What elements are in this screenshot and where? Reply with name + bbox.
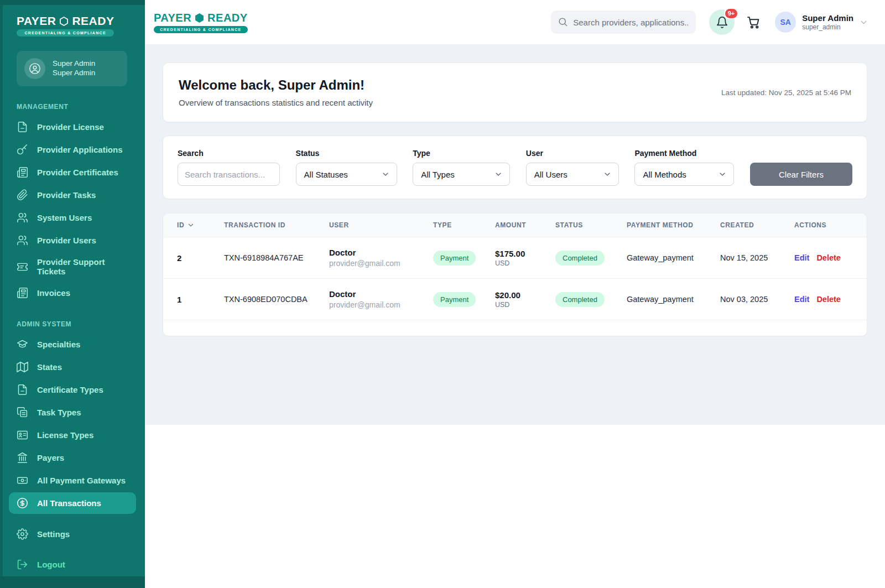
edit-link[interactable]: Edit — [794, 295, 809, 304]
file-document-icon — [17, 384, 28, 396]
page-content: Welcome back, Super Admin! Overview of t… — [145, 44, 885, 425]
sidebar-item-provider-tasks[interactable]: Provider Tasks — [9, 184, 136, 206]
user-menu[interactable]: SA Super Admin super_admin — [775, 12, 868, 33]
payment-method-select[interactable]: All Methods — [634, 163, 734, 186]
cell-status: Completed — [555, 292, 627, 307]
cell-created: Nov 15, 2025 — [720, 253, 794, 262]
filter-payment-method-label: Payment Method — [634, 149, 734, 158]
sidebar-item-provider-certificates[interactable]: Provider Certificates — [9, 162, 136, 183]
logo-tagline: CREDENTIALING & COMPLIANCE — [154, 26, 248, 33]
notifications-button[interactable]: 9+ — [709, 9, 735, 35]
sidebar-item-label: Provider Users — [37, 236, 96, 245]
section-label-admin-system: ADMIN SYSTEM — [17, 320, 128, 328]
edit-link[interactable]: Edit — [794, 253, 809, 262]
sidebar-item-label: Provider Tasks — [37, 190, 96, 200]
copy-documents-icon — [17, 407, 28, 418]
column-header-amount: AMOUNT — [495, 221, 555, 229]
sidebar-item-license-types[interactable]: License Types — [9, 424, 136, 446]
sidebar-item-payers[interactable]: Payers — [9, 447, 136, 469]
page-title: Welcome back, Super Admin! — [179, 77, 373, 93]
sidebar-item-invoices[interactable]: Invoices — [9, 282, 136, 304]
sidebar-nav: MANAGEMENT Provider License Provider App… — [0, 103, 145, 575]
chevron-down-icon — [381, 170, 390, 179]
user-select[interactable]: All Users — [526, 163, 619, 186]
sidebar-item-all-payment-gateways[interactable]: All Payment Gateways — [9, 470, 136, 491]
sidebar: PAYER READY CREDENTIALING & COMPLIANCE S… — [0, 0, 145, 588]
search-transactions-input[interactable] — [178, 163, 280, 186]
sidebar-item-label: Provider License — [37, 122, 104, 132]
status-badge: Completed — [555, 292, 605, 307]
header-logo[interactable]: PAYER READY CREDENTIALING & COMPLIANCE — [154, 12, 248, 33]
page-subtitle: Overview of transactions statistics and … — [179, 98, 373, 107]
main-area: PAYER READY CREDENTIALING & COMPLIANCE 9… — [145, 0, 885, 588]
column-header-actions: ACTIONS — [794, 221, 850, 229]
cell-status: Completed — [555, 251, 627, 266]
filter-payment-method: Payment Method All Methods — [634, 149, 734, 186]
banknote-icon — [17, 475, 28, 486]
column-header-transaction-id: TRANSACTION ID — [224, 221, 329, 229]
sidebar-item-label: Provider Certificates — [37, 168, 118, 177]
sidebar-item-system-users[interactable]: System Users — [9, 207, 136, 228]
column-header-id[interactable]: ID — [177, 221, 224, 229]
type-select-value: All Types — [421, 170, 455, 179]
sidebar-user-name: Super Admin — [53, 59, 95, 69]
sidebar-item-label: System Users — [37, 213, 92, 222]
cell-type: Payment — [433, 251, 495, 266]
sidebar-user-card[interactable]: Super Admin Super Admin — [17, 51, 127, 86]
logout-icon — [17, 559, 28, 570]
hexagon-logo-icon — [59, 16, 69, 27]
sidebar-item-provider-license[interactable]: Provider License — [9, 116, 136, 138]
newspaper-icon — [17, 287, 28, 299]
sidebar-item-settings[interactable]: Settings — [9, 523, 136, 545]
sidebar-item-provider-users[interactable]: Provider Users — [9, 230, 136, 251]
status-select[interactable]: All Statuses — [296, 163, 397, 186]
sidebar-item-specialties[interactable]: Specialties — [9, 334, 136, 355]
sidebar-item-label: All Transactions — [37, 498, 101, 508]
payment-method-select-value: All Methods — [643, 170, 686, 179]
transactions-table: ID TRANSACTION ID USER TYPE AMOUNT STATU… — [163, 213, 867, 336]
sidebar-item-label: Provider Applications — [37, 145, 122, 154]
sidebar-item-certificate-types[interactable]: Certificate Types — [9, 379, 136, 400]
status-badge: Completed — [555, 251, 605, 266]
sidebar-item-label: Specialties — [37, 340, 80, 349]
clear-filters-button[interactable]: Clear Filters — [750, 163, 852, 186]
user-menu-username: super_admin — [802, 23, 853, 31]
type-select[interactable]: All Types — [413, 163, 510, 186]
user-name: Doctor — [329, 248, 433, 257]
sidebar-item-label: States — [37, 362, 62, 372]
logo-tagline: CREDENTIALING & COMPLIANCE — [17, 29, 114, 37]
sidebar-item-provider-applications[interactable]: Provider Applications — [9, 139, 136, 160]
user-name: Doctor — [329, 289, 433, 299]
sidebar-item-logout[interactable]: Logout — [9, 554, 136, 575]
cell-transaction-id: TXN-6918984A767AE — [224, 253, 329, 262]
cell-transaction-id: TXN-6908ED070CDBA — [224, 295, 329, 304]
column-header-status: STATUS — [555, 221, 627, 229]
user-select-value: All Users — [534, 170, 568, 179]
sidebar-logo[interactable]: PAYER READY CREDENTIALING & COMPLIANCE — [17, 14, 114, 37]
cell-actions: Edit Delete — [794, 253, 850, 262]
delete-link[interactable]: Delete — [816, 253, 841, 262]
sort-chevron-icon — [187, 221, 195, 229]
bank-icon — [17, 452, 28, 464]
filter-status-label: Status — [296, 149, 397, 158]
delete-link[interactable]: Delete — [816, 295, 841, 304]
type-badge: Payment — [433, 251, 476, 266]
logo-wordmark: PAYER READY — [154, 12, 248, 24]
sidebar-item-task-types[interactable]: Task Types — [9, 402, 136, 423]
sidebar-item-states[interactable]: States — [9, 356, 136, 378]
sidebar-item-provider-support-tickets[interactable]: Provider Support Tickets — [9, 252, 136, 281]
global-search-input[interactable] — [551, 11, 696, 34]
filter-type-label: Type — [413, 149, 510, 158]
filter-user: User All Users — [526, 149, 619, 186]
sidebar-item-all-transactions[interactable]: All Transactions — [9, 492, 136, 514]
table-row: 2 TXN-6918984A767AE Doctor provider@gmai… — [163, 237, 867, 278]
cell-payment-method: Gateway_payment — [627, 295, 720, 304]
top-header: PAYER READY CREDENTIALING & COMPLIANCE 9… — [145, 0, 885, 44]
status-select-value: All Statuses — [304, 170, 348, 179]
cell-id: 1 — [177, 295, 224, 304]
amount-currency: USD — [495, 301, 555, 309]
filter-search: Search — [178, 149, 280, 186]
newspaper-icon — [17, 166, 28, 178]
cart-button[interactable] — [747, 15, 761, 29]
logo-wordmark: PAYER READY — [17, 14, 114, 28]
